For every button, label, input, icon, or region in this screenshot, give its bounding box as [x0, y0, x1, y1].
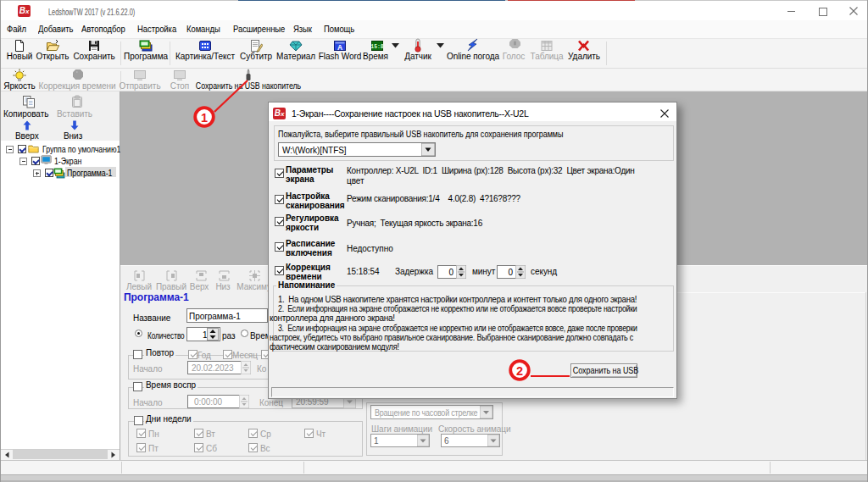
svg-text:15:8: 15:8 [370, 44, 384, 50]
svg-text:A: A [337, 43, 342, 52]
